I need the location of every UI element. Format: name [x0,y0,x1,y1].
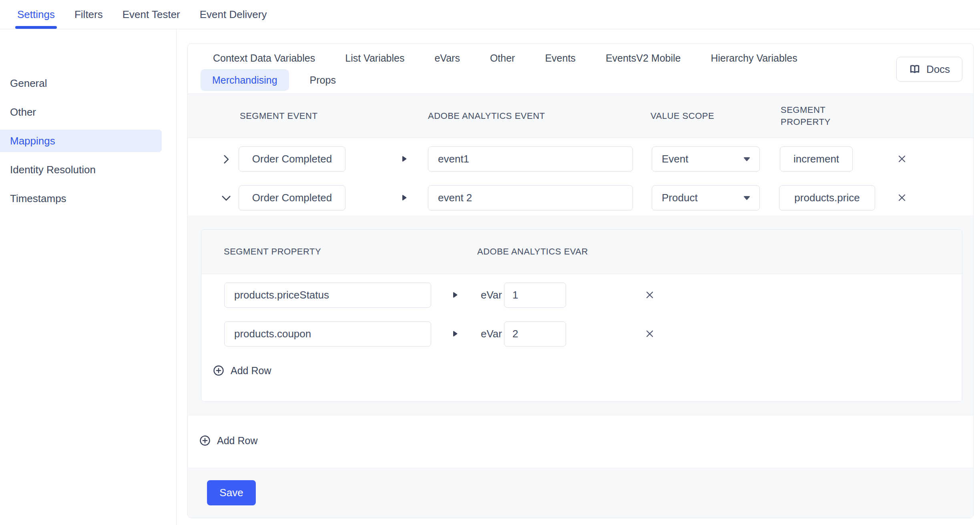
tab-event-tester[interactable]: Event Tester [122,0,180,29]
mapping-table-header: SEGMENT EVENT ADOBE ANALYTICS EVENT VALU… [188,94,973,138]
caret-down-icon [744,196,750,200]
value-scope-selected: Product [662,192,698,204]
col-segment-property: SEGMENT PROPERTY [224,230,321,274]
add-mapping-row-button[interactable]: Add Row [199,435,257,447]
adobe-event-input[interactable] [428,185,633,210]
add-row-label: Add Row [217,435,257,447]
sidebar-item-general[interactable]: General [0,72,162,94]
expand-row-toggle[interactable] [220,153,232,165]
mapping-add-row-area: Add Row [188,416,973,469]
segment-property-input[interactable] [780,146,853,172]
map-arrow-icon [453,292,458,298]
map-arrow-icon [402,156,407,162]
chevron-down-icon [221,192,231,203]
remove-row-button[interactable] [644,289,656,301]
tab-events[interactable]: Events [545,49,575,67]
tab-merchandising[interactable]: Merchandising [201,69,289,91]
tab-evars[interactable]: eVars [434,49,460,67]
evar-number-input[interactable] [504,283,566,308]
adobe-event-input[interactable] [428,146,633,172]
variable-tabs-row2: Merchandising Props [201,69,336,91]
close-icon [645,290,655,300]
tab-list-variables[interactable]: List Variables [345,49,404,67]
sidebar-item-timestamps[interactable]: Timestamps [0,187,162,210]
segment-property-input[interactable] [779,185,875,210]
book-icon [909,63,921,75]
col-value-scope: VALUE SCOPE [651,94,714,138]
tab-filters[interactable]: Filters [74,0,103,29]
col-adobe-analytics-evar: ADOBE ANALYTICS EVAR [477,230,588,274]
col-segment-event: SEGMENT EVENT [240,94,317,138]
save-button[interactable]: Save [207,480,256,505]
settings-sidebar: General Other Mappings Identity Resoluti… [0,29,177,525]
tab-settings[interactable]: Settings [17,0,55,29]
docs-button-label: Docs [926,63,950,76]
remove-row-button[interactable] [896,153,908,165]
add-row-label: Add Row [231,365,271,377]
close-icon [897,192,907,203]
close-icon [897,154,907,164]
chevron-right-icon [221,154,231,164]
tab-hierarchy-variables[interactable]: Hierarchy Variables [711,49,797,67]
tab-other[interactable]: Other [490,49,515,67]
card-footer: Save [188,468,973,518]
value-scope-select[interactable]: Product [652,185,760,210]
plus-circle-icon [199,435,211,447]
evar-subpanel: SEGMENT PROPERTY ADOBE ANALYTICS EVAR eV… [188,215,973,416]
segment-event-input[interactable] [239,185,345,210]
segment-event-input[interactable] [239,146,345,172]
remove-row-button[interactable] [644,328,656,340]
collapse-row-toggle[interactable] [220,192,232,204]
docs-button[interactable]: Docs [896,57,962,82]
plus-circle-icon [213,365,225,377]
sidebar-item-mappings[interactable]: Mappings [0,130,162,152]
top-nav: Settings Filters Event Tester Event Deli… [0,0,980,29]
evar-subtable-header: SEGMENT PROPERTY ADOBE ANALYTICS EVAR [201,230,962,274]
tab-event-delivery[interactable]: Event Delivery [200,0,267,29]
map-arrow-icon [453,331,458,337]
tab-context-data-variables[interactable]: Context Data Variables [213,49,315,67]
value-scope-select[interactable]: Event [652,146,760,172]
evar-label: eVar [481,321,503,347]
mappings-card: Context Data Variables List Variables eV… [187,43,974,518]
variable-tabs: Context Data Variables List Variables eV… [188,44,973,94]
tab-eventsv2-mobile[interactable]: EventsV2 Mobile [606,49,681,67]
evar-subtable: SEGMENT PROPERTY ADOBE ANALYTICS EVAR eV… [201,229,962,402]
close-icon [645,329,655,339]
sidebar-item-other[interactable]: Other [0,101,162,123]
sidebar-item-identity-resolution[interactable]: Identity Resolution [0,158,162,181]
evar-number-input[interactable] [504,321,566,347]
segment-property-input[interactable] [224,321,431,347]
segment-property-input[interactable] [224,283,431,308]
caret-down-icon [744,157,750,161]
variable-tabs-row1: Context Data Variables List Variables eV… [213,49,797,67]
remove-row-button[interactable] [896,192,908,204]
evar-label: eVar [481,283,503,308]
col-segment-property: SEGMENT PROPERTY [781,94,845,138]
col-adobe-analytics-event: ADOBE ANALYTICS EVENT [428,94,545,138]
add-evar-row-button[interactable]: Add Row [213,365,271,377]
value-scope-selected: Event [662,153,689,165]
map-arrow-icon [402,195,407,201]
tab-props[interactable]: Props [310,71,336,89]
